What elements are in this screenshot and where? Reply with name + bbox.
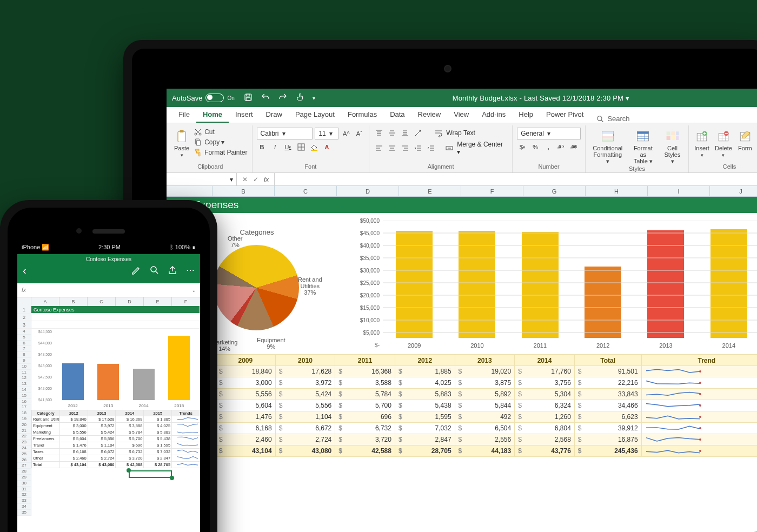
format-as-table-button[interactable]: Format as Table ▾: [629, 128, 658, 165]
fill-color-button[interactable]: [309, 142, 320, 152]
phone-row[interactable]: 1 Contoso Expenses: [17, 306, 200, 314]
table-row[interactable]: Taxes$ 6,168$ 6,672$ 6,732$ 7,032: [32, 449, 200, 455]
column-header[interactable]: D: [337, 186, 399, 196]
align-top-button[interactable]: [374, 128, 384, 138]
column-header[interactable]: E: [399, 186, 461, 196]
tab-add-ins[interactable]: Add-ins: [475, 107, 512, 123]
table-row[interactable]: Freelancers$ 5,604$ 5,556$ 5,700$ 5,438: [32, 436, 200, 442]
tab-power-pivot[interactable]: Power Pivot: [540, 107, 590, 123]
selection-handles[interactable]: [31, 468, 200, 481]
column-header[interactable]: I: [648, 186, 710, 196]
column-header[interactable]: C: [275, 186, 337, 196]
share-icon[interactable]: [168, 265, 177, 277]
comma-format-button[interactable]: ,: [543, 142, 554, 152]
phone-formula-bar[interactable]: fx⌄: [17, 283, 200, 297]
undo-icon[interactable]: [261, 92, 270, 104]
tab-help[interactable]: Help: [512, 107, 540, 123]
align-center-button[interactable]: [387, 143, 397, 154]
column-headers[interactable]: BCDEFGHIJ: [167, 186, 757, 197]
column-header[interactable]: H: [586, 186, 648, 196]
table-row[interactable]: $43,104$43,080$42,588$28,705$44,183$43,7…: [167, 445, 758, 457]
table-row[interactable]: Rent and Utilities$ 18,840$ 17,628$ 16,3…: [32, 416, 200, 423]
decrease-decimal-button[interactable]: .00: [569, 142, 580, 152]
fx-icon[interactable]: fx: [264, 176, 269, 183]
column-header[interactable]: B: [59, 297, 88, 306]
column-header[interactable]: 2013: [88, 410, 116, 416]
table-row[interactable]: Marketing$ 5,556$ 5,424$ 5,784$ 5,883: [32, 429, 200, 436]
tab-formulas[interactable]: Formulas: [341, 107, 383, 123]
column-header[interactable]: F: [461, 186, 523, 196]
table-row[interactable]: s$5,604$5,556$5,700$5,438$5,844$6,324$34…: [167, 400, 758, 411]
more-icon[interactable]: ⋯: [186, 265, 195, 277]
table-row[interactable]: $2,460$2,724$3,720$2,847$2,556$2,568$16,…: [167, 434, 758, 445]
phone-data-table[interactable]: Category2012201320142015TrendsRent and U…: [31, 410, 200, 468]
column-header[interactable]: C: [88, 297, 116, 306]
column-header[interactable]: 2013: [455, 355, 515, 366]
tell-me-search[interactable]: Search: [596, 115, 629, 123]
tab-data[interactable]: Data: [383, 107, 411, 123]
copy-button[interactable]: Copy ▾: [194, 138, 247, 147]
search-icon[interactable]: [149, 265, 159, 277]
chevron-down-icon[interactable]: ⌄: [191, 287, 196, 293]
enter-formula-icon[interactable]: ✓: [253, 176, 258, 183]
draw-icon[interactable]: [131, 265, 141, 277]
phone-bar-chart[interactable]: $41,500$42,000$42,500$43,000$43,500$44,0…: [31, 329, 200, 410]
tab-review[interactable]: Review: [411, 107, 448, 123]
tab-page-layout[interactable]: Page Layout: [289, 107, 341, 123]
table-row[interactable]: Other$ 2,460$ 2,724$ 3,720$ 2,847: [32, 455, 200, 462]
format-cells-button[interactable]: Form: [736, 128, 754, 151]
column-header[interactable]: 2014: [116, 410, 144, 416]
back-icon[interactable]: ‹: [23, 264, 26, 277]
touch-mode-icon[interactable]: [295, 92, 305, 104]
cell-styles-button[interactable]: Cell Styles ▾: [661, 128, 684, 165]
delete-cells-button[interactable]: Delete▾: [714, 128, 733, 158]
bold-button[interactable]: B: [257, 142, 268, 152]
column-header[interactable]: Trends: [172, 410, 200, 416]
table-row[interactable]: Utilities$18,840$17,628$16,368$1,885$19,…: [167, 366, 758, 377]
column-header[interactable]: 2012: [395, 355, 455, 366]
column-header[interactable]: 2010: [275, 355, 335, 366]
paste-button[interactable]: Paste▾: [173, 128, 190, 158]
align-middle-button[interactable]: [387, 128, 397, 138]
column-header[interactable]: A: [31, 297, 59, 306]
column-header[interactable]: 2009: [216, 355, 276, 366]
table-row[interactable]: $5,556$5,424$5,784$5,883$5,892$5,304$33,…: [167, 389, 758, 400]
table-row[interactable]: $3,000$3,972$3,588$4,025$3,875$3,756$22,…: [167, 377, 758, 389]
table-row[interactable]: $6,168$6,672$6,732$7,032$6,504$6,804$39,…: [167, 423, 758, 434]
autosave-toggle[interactable]: AutoSave On: [172, 94, 235, 102]
column-header[interactable]: Total: [574, 355, 641, 366]
font-name-select[interactable]: Calibri▾: [257, 128, 313, 139]
font-color-button[interactable]: A: [322, 142, 333, 152]
column-header[interactable]: 2015: [144, 410, 172, 416]
column-header[interactable]: B: [213, 186, 275, 196]
column-header[interactable]: 2011: [335, 355, 395, 366]
column-header[interactable]: 2012: [59, 410, 88, 416]
tab-draw[interactable]: Draw: [260, 107, 289, 123]
worksheet[interactable]: oso Expenses Categories Rent andUtilitie…: [167, 197, 757, 457]
table-row[interactable]: Travel$ 1,476$ 1,104$ 696$ 1,595: [32, 442, 200, 449]
tab-insert[interactable]: Insert: [229, 107, 260, 123]
table-row[interactable]: Total$ 43,104$ 43,080$ 42,588$ 28,705: [32, 462, 200, 468]
column-header[interactable]: J: [710, 186, 757, 196]
format-painter-button[interactable]: Format Painter: [194, 148, 247, 157]
align-bottom-button[interactable]: [400, 128, 410, 138]
align-right-button[interactable]: [400, 143, 410, 154]
wrap-text-button[interactable]: [433, 128, 444, 138]
number-format-select[interactable]: General▾: [517, 128, 581, 139]
font-size-select[interactable]: 11▾: [315, 128, 338, 139]
redo-icon[interactable]: [278, 92, 288, 104]
merge-center-button[interactable]: [444, 143, 455, 154]
autosave-switch[interactable]: [205, 94, 224, 102]
decrease-indent-button[interactable]: [413, 143, 423, 154]
increase-font-button[interactable]: A^: [341, 128, 351, 139]
phone-column-headers[interactable]: ABCDEF: [17, 297, 200, 306]
conditional-formatting-button[interactable]: Conditional Formatting ▾: [590, 128, 626, 165]
qat-more-icon[interactable]: ▾: [313, 95, 315, 101]
column-header[interactable]: 2014: [515, 355, 575, 366]
italic-button[interactable]: I: [270, 142, 281, 152]
table-row[interactable]: Equipment$ 3,000$ 3,972$ 3,588$ 4,025: [32, 423, 200, 429]
align-left-button[interactable]: [374, 143, 384, 154]
underline-button[interactable]: U▾: [283, 142, 294, 152]
column-header[interactable]: Trend: [641, 355, 757, 366]
formula-input[interactable]: [275, 173, 757, 185]
